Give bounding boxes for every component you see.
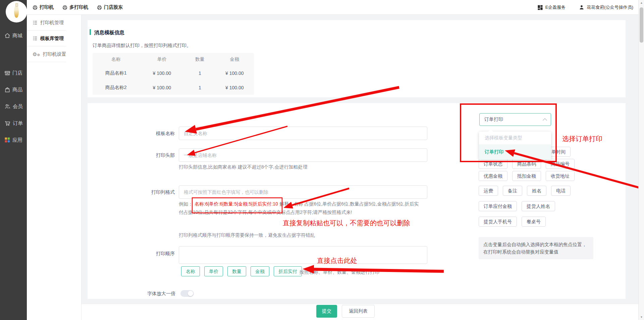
list-icon <box>33 20 38 25</box>
sidebar-item-会员[interactable]: 会员 <box>0 102 27 111</box>
print-header-input[interactable] <box>179 148 427 162</box>
order-tag-折后实付[interactable]: 折后实付 <box>274 266 302 276</box>
variable-tag-收货地址[interactable]: 收货地址 <box>546 171 575 181</box>
store-icon <box>4 70 10 76</box>
order-tag-list: 名称单价数量金额折后实付 <box>181 266 302 276</box>
avatar[interactable] <box>6 1 27 22</box>
table-cell: ¥ 100.00 <box>215 85 254 90</box>
navbar-item-label: 门店股东 <box>104 4 123 10</box>
cart-icon <box>4 120 11 126</box>
navbar-right: E企盈服务 花花食府(公众号操作员) <box>537 0 633 15</box>
variable-tag-row: 订单应付金额提货人姓名 <box>479 201 555 211</box>
table-header-row: 名称单价数量金额 <box>93 53 254 66</box>
submenu-item-label: 打印机管理 <box>40 20 64 26</box>
sidebar-item-label: 商品 <box>12 87 22 93</box>
submenu-item-打印机设置[interactable]: ⚙⚙打印机设置 <box>27 46 81 62</box>
variable-tag-订单状态[interactable]: 订单状态 <box>479 159 507 169</box>
order-tag-数量[interactable]: 数量 <box>227 266 246 276</box>
variable-tag-row: 订单状态商品条码商品编号 <box>479 159 575 169</box>
submit-button[interactable]: 提交 <box>316 305 337 318</box>
template-name-label: 模板名称 <box>126 131 175 137</box>
account-entry[interactable]: 花花食府(公众号操作员) <box>579 4 633 10</box>
back-to-list-button[interactable]: 返回列表 <box>342 305 375 318</box>
order-tag-单价[interactable]: 单价 <box>204 266 223 276</box>
variable-tag-提货人姓名[interactable]: 提货人姓名 <box>522 201 555 211</box>
print-order-textarea[interactable] <box>179 246 427 264</box>
table-header-cell: 名称 <box>93 56 139 62</box>
variable-tag-餐桌号[interactable]: 餐桌号 <box>522 217 546 227</box>
printer-icon <box>33 5 38 10</box>
print-order-label: 打印顺序 <box>126 251 175 257</box>
col-format-label: 打印列格式 <box>126 189 175 195</box>
print-header-help: 打印头部信息,比如商家名称 建议不超过8个字,会进行加粗处理 <box>179 164 307 170</box>
sidebar-item-label: 门店 <box>12 70 22 76</box>
sidebar-item-商城[interactable]: 商城 <box>0 31 27 40</box>
order-tag-金额[interactable]: 金额 <box>251 266 269 276</box>
table-header-cell: 单价 <box>139 56 184 62</box>
variable-tag-备注[interactable]: 备注 <box>503 186 522 196</box>
grid-logo-icon <box>537 5 543 10</box>
variable-tag-商品条码[interactable]: 商品条码 <box>512 159 541 169</box>
table-row: 商品名称2¥ 100.001¥ 100.00 <box>93 80 254 95</box>
submenu-item-模板库管理[interactable]: 模板库管理 <box>27 31 81 46</box>
font-double-label: 字体放大一倍 <box>147 291 175 297</box>
variable-tag-运费[interactable]: 运费 <box>479 186 498 196</box>
navbar-item-打印机[interactable]: 打印机 <box>33 4 54 10</box>
example-prefix: 例如： <box>179 201 193 207</box>
panel-description: 订单商品详情默认打印，按照打印列格式打印。 <box>93 43 191 49</box>
col-format-input[interactable] <box>179 185 427 199</box>
variable-type-dropdown: 选择模板变量类型订单打印 <box>479 132 551 159</box>
variable-tag-row: 提货人手机号餐桌号 <box>479 217 546 227</box>
template-name-input[interactable] <box>179 127 427 140</box>
table-header-cell: 数量 <box>184 56 215 62</box>
service-entry[interactable]: E企盈服务 <box>537 4 566 10</box>
variable-tag-提货人手机号[interactable]: 提货人手机号 <box>479 217 517 227</box>
variable-tag-优惠金额[interactable]: 优惠金额 <box>479 171 507 181</box>
variable-tag-商品编号[interactable]: 商品编号 <box>546 159 575 169</box>
title-accent-bar <box>90 29 91 35</box>
variable-tag-姓名[interactable]: 姓名 <box>527 186 546 196</box>
variable-tag-电话[interactable]: 电话 <box>551 186 571 196</box>
col-format-example: 例如：名称:6|单价:6|数量:5|金额:5|折后实付:10解释：名称 占据6位… <box>179 200 420 217</box>
dropdown-option-订单打印[interactable]: 订单打印 <box>479 144 551 159</box>
order-tag-名称[interactable]: 名称 <box>181 266 200 276</box>
sample-print-table: 名称单价数量金额 商品名称1¥ 100.001¥ 100.00商品名称2¥ 10… <box>93 53 254 95</box>
printer-icon <box>62 5 67 10</box>
sidebar-item-label: 商城 <box>12 33 22 39</box>
example-format-red: 名称:6|单价:6|数量:5|金额:5|折后实付:10 <box>195 201 278 207</box>
scroll-down-arrow[interactable]: ▼ <box>639 316 644 319</box>
printer-icon <box>97 5 102 10</box>
table-cell: 1 <box>184 85 215 90</box>
variable-type-select[interactable]: 订单打印 <box>479 113 551 126</box>
variable-tag-订单应付金额[interactable]: 订单应付金额 <box>479 201 517 211</box>
navbar-item-label: 多打印机 <box>69 4 88 10</box>
order-tags-note: 按照名称、单价、数量、金额进行打印 <box>300 269 379 275</box>
toggle-knob <box>188 291 193 296</box>
navbar-menu: 打印机多打印机门店股东 <box>33 0 123 15</box>
submenu-item-打印机管理[interactable]: 打印机管理 <box>27 15 81 31</box>
sidebar-item-商品[interactable]: 商品 <box>0 85 27 94</box>
sidebar-item-订单[interactable]: 订单 <box>0 119 27 128</box>
avatar-image <box>14 6 19 18</box>
print-header-label: 打印头部 <box>126 152 175 158</box>
variable-note-line2: 在打印时系统会自动替换对应变量值 <box>483 248 589 256</box>
navbar-item-门店股东[interactable]: 门店股东 <box>97 4 123 10</box>
sidebar-item-label: 会员 <box>13 103 23 110</box>
dropdown-option-选择模板变量类型[interactable]: 选择模板变量类型 <box>479 132 551 144</box>
sidebar-item-label: 应用 <box>12 137 22 143</box>
variable-tag-抵扣金额[interactable]: 抵扣金额 <box>512 171 541 181</box>
apps-icon <box>4 137 10 143</box>
scroll-up-arrow[interactable]: ▲ <box>639 1 644 4</box>
sidebar-item-应用[interactable]: 应用 <box>0 135 27 145</box>
page-scrollbar[interactable]: ▲ ▼ <box>638 0 644 320</box>
variable-tag-row: 运费备注姓名电话 <box>479 186 571 196</box>
submenu-item-label: 模板库管理 <box>40 36 64 42</box>
table-row: 商品名称1¥ 100.001¥ 100.00 <box>93 66 254 80</box>
navbar-item-多打印机[interactable]: 多打印机 <box>62 4 88 10</box>
scrollbar-thumb[interactable] <box>640 7 643 43</box>
table-cell: 商品名称1 <box>93 70 139 76</box>
user-icon <box>579 5 584 10</box>
main-sidebar: 商城门店商品会员订单应用 <box>0 0 27 320</box>
sidebar-item-门店[interactable]: 门店 <box>0 68 27 78</box>
font-double-toggle[interactable] <box>180 290 194 297</box>
